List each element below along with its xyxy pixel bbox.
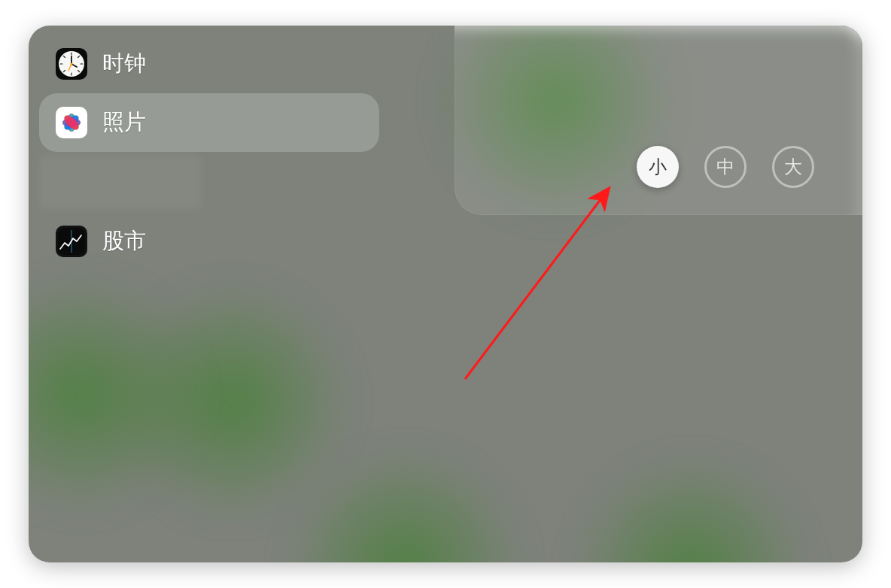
size-button-small[interactable]: 小 — [637, 146, 679, 188]
size-button-label: 大 — [784, 155, 802, 179]
sidebar-item-stocks[interactable]: 股市 — [39, 212, 379, 271]
sidebar-item-redacted — [39, 155, 202, 209]
sidebar-item-label: 照片 — [102, 108, 146, 138]
widget-size-selector: 小 中 大 — [637, 146, 814, 188]
sidebar-item-clock[interactable]: 时钟 — [39, 35, 379, 93]
sidebar-item-label: 股市 — [102, 226, 146, 256]
clock-icon — [56, 48, 87, 80]
stocks-icon — [56, 226, 87, 257]
photos-icon — [56, 107, 87, 138]
sidebar-item-photos[interactable]: 照片 — [39, 93, 379, 152]
sidebar-item-label: 时钟 — [102, 49, 146, 79]
size-button-label: 小 — [649, 155, 667, 179]
widget-gallery-window: 时钟 照片 — [29, 26, 862, 562]
svg-point-12 — [70, 62, 72, 65]
size-button-label: 中 — [716, 155, 734, 179]
app-list-sidebar: 时钟 照片 — [39, 35, 379, 271]
size-button-large[interactable]: 大 — [772, 146, 814, 188]
size-button-medium[interactable]: 中 — [704, 146, 747, 188]
